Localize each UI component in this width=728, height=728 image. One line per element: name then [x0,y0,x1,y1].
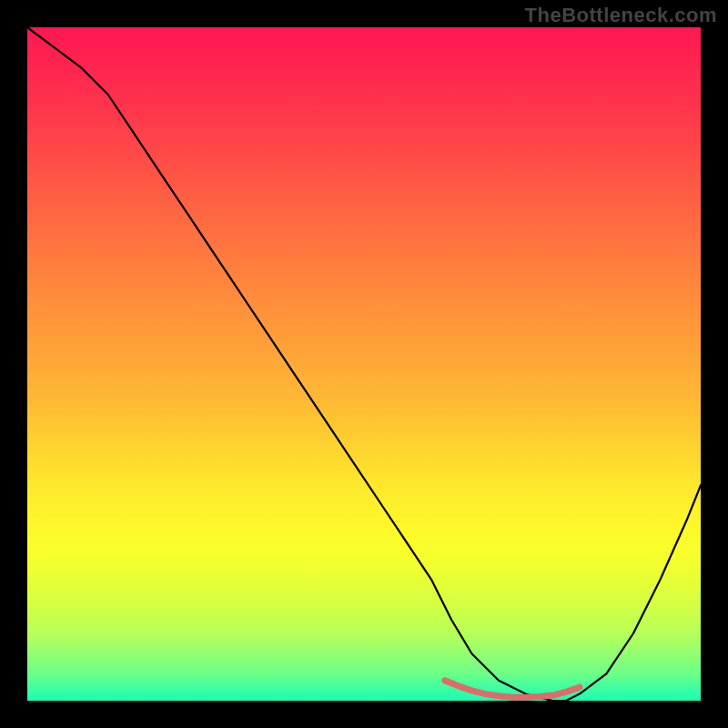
curve-layer [27,27,701,701]
bottleneck-curve [27,27,701,701]
chart-frame: TheBottleneck.com [0,0,728,728]
optimal-marker [445,681,580,698]
watermark-text: TheBottleneck.com [525,4,717,27]
plot-area [27,27,701,701]
